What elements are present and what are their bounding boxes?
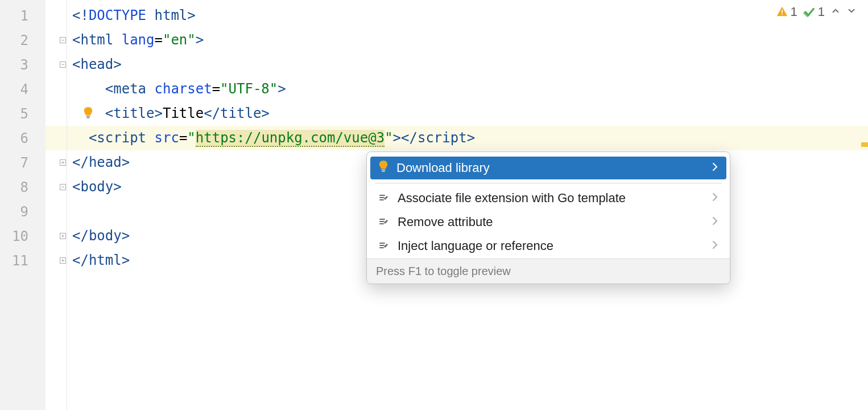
warning-count[interactable]: 1 xyxy=(776,5,797,19)
svg-rect-2 xyxy=(782,10,783,13)
edit-icon xyxy=(378,239,390,253)
intention-item-inject-language[interactable]: Inject language or reference xyxy=(370,235,726,257)
line-number[interactable]: 8 xyxy=(0,175,46,199)
checkmark-icon xyxy=(803,6,816,18)
edit-icon xyxy=(378,191,390,206)
code-line: <!DOCTYPE html> xyxy=(72,3,868,28)
popup-separator xyxy=(375,183,722,183)
svg-rect-0 xyxy=(86,116,90,117)
line-number[interactable]: 2 xyxy=(0,28,46,52)
line-number[interactable]: 7 xyxy=(0,150,46,175)
prev-highlight-button[interactable] xyxy=(830,5,841,19)
line-number[interactable]: 3 xyxy=(0,52,46,77)
intention-item-label: Remove attribute xyxy=(398,215,704,229)
code-line: <meta charset="UTF-8"> xyxy=(72,77,868,101)
editor-root: 1 2 3 4 5 6 7 8 9 10 11 <!DOCTYPE html> … xyxy=(0,0,868,410)
inspections-widget[interactable]: 1 1 xyxy=(776,5,857,19)
popup-footer-hint: Press F1 to toggle preview xyxy=(367,259,730,284)
chevron-up-icon xyxy=(830,6,841,16)
chevron-right-icon xyxy=(712,239,718,253)
line-number[interactable]: 6 xyxy=(0,126,46,150)
code-line: <html lang="en"> xyxy=(72,28,868,52)
line-number[interactable]: 5 xyxy=(0,101,46,126)
ok-count[interactable]: 1 xyxy=(803,5,825,19)
chevron-right-icon xyxy=(712,215,718,229)
line-number[interactable]: 1 xyxy=(0,3,46,28)
svg-rect-5 xyxy=(382,171,385,172)
intention-item-download-library[interactable]: Download library xyxy=(370,157,726,179)
warning-icon xyxy=(776,6,788,18)
gutter: 1 2 3 4 5 6 7 8 9 10 11 xyxy=(0,0,46,410)
intention-bulb-icon[interactable] xyxy=(83,106,94,120)
highlighted-url[interactable]: https://unpkg.com/vue@3 xyxy=(196,130,385,147)
code-line: <script src="https://unpkg.com/vue@3"></… xyxy=(72,126,868,150)
line-number[interactable]: 4 xyxy=(0,77,46,101)
chevron-down-icon xyxy=(846,6,857,16)
intention-item-associate-file-extension[interactable]: Associate file extension with Go templat… xyxy=(370,187,726,210)
bulb-icon xyxy=(378,160,388,176)
intention-item-label: Inject language or reference xyxy=(398,239,704,253)
chevron-right-icon xyxy=(712,191,718,206)
line-number[interactable]: 9 xyxy=(0,199,46,224)
intention-item-label: Associate file extension with Go templat… xyxy=(398,191,704,206)
svg-rect-3 xyxy=(782,14,783,15)
line-number[interactable]: 10 xyxy=(0,224,46,248)
edit-icon xyxy=(378,215,390,229)
intention-item-label: Download library xyxy=(396,161,704,175)
chevron-right-icon xyxy=(712,161,718,175)
intention-actions-popup: Download library Associate file extensio… xyxy=(366,151,730,284)
code-line: <title>Title</title> xyxy=(72,101,868,126)
line-number[interactable]: 11 xyxy=(0,248,46,273)
svg-rect-1 xyxy=(86,117,90,118)
svg-rect-4 xyxy=(382,170,386,171)
intention-item-remove-attribute[interactable]: Remove attribute xyxy=(370,211,726,233)
next-highlight-button[interactable] xyxy=(846,5,857,19)
code-line: <head> xyxy=(72,52,868,77)
